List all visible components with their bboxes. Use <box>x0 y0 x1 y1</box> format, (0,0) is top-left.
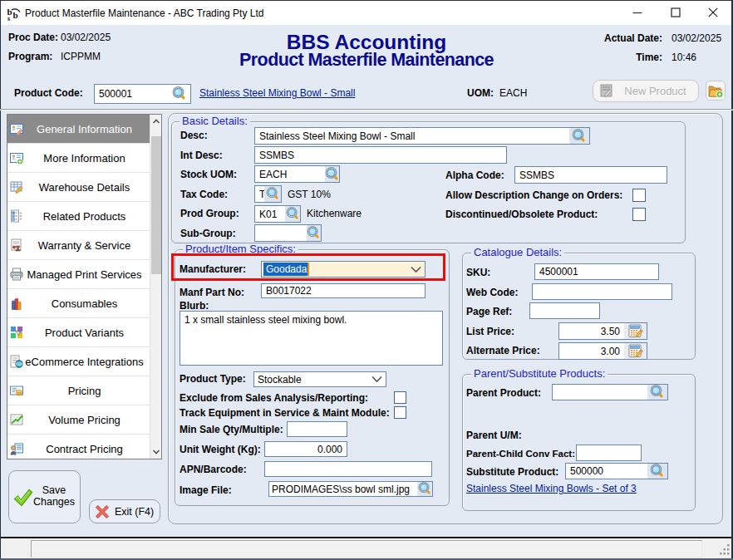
svg-text:b: b <box>13 10 18 20</box>
svg-text:s: s <box>7 15 10 22</box>
